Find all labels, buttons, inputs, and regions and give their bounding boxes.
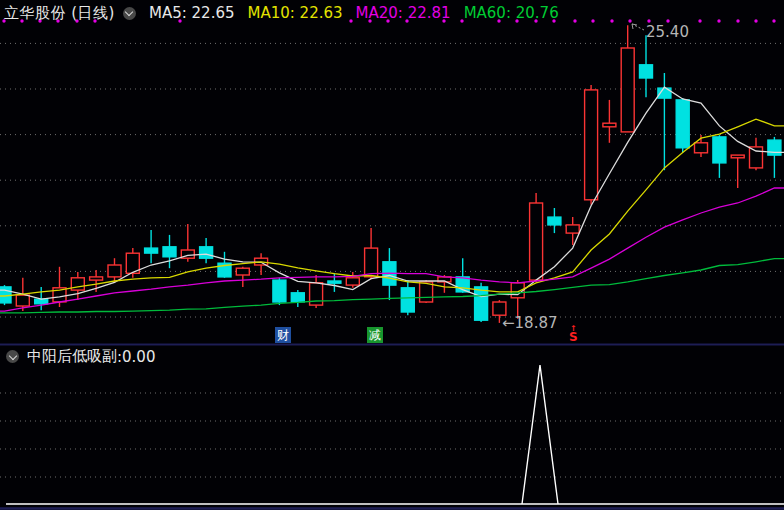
candle-body [291, 293, 304, 302]
candle-body [420, 282, 433, 302]
candle-body [585, 90, 598, 200]
candle-body [346, 278, 359, 285]
candle-body [163, 247, 176, 257]
candle-body [273, 280, 286, 302]
sell-signal-letter: S [569, 332, 578, 343]
chart-header: 立华股份 (日线) MA5: 22.65 MA10: 22.63 MA20: 2… [0, 0, 784, 26]
candle-body [475, 287, 488, 320]
candle-body [35, 299, 48, 304]
candle-body [731, 155, 744, 158]
indicator-value: 0.00 [122, 348, 155, 366]
candle-body [145, 248, 158, 253]
ma20-value-label: MA20: 22.81 [356, 4, 451, 22]
ma10-value-label: MA10: 22.63 [248, 4, 343, 22]
stock-chart-app: 25.40←18.87 立华股份 (日线) MA5: 22.65 MA10: 2… [0, 0, 784, 510]
stock-title: 立华股份 (日线) [4, 4, 115, 23]
candle-body [530, 203, 543, 280]
candle-body [621, 48, 634, 132]
ma60-value-label: MA60: 20.76 [464, 4, 559, 22]
candle-body [108, 265, 121, 277]
indicator-collapse-chevron-icon[interactable] [6, 350, 19, 363]
ma5-value-label: MA5: 22.65 [149, 4, 235, 22]
signal-spike-triangle [522, 365, 558, 504]
candle-body [713, 137, 726, 163]
candle-body [328, 281, 341, 283]
indicator-gridlines [0, 393, 784, 477]
low-price-label: ←18.87 [502, 314, 558, 332]
candle-body [200, 247, 213, 258]
candle-body [90, 277, 103, 280]
candle-body [750, 147, 763, 168]
candle-body [676, 100, 689, 148]
candle-body [640, 65, 653, 78]
indicator-name: 中阳后低吸副 [27, 347, 117, 366]
candle-body [16, 295, 29, 306]
candle-body [603, 123, 616, 127]
event-badge-reduction[interactable]: 减 [367, 327, 383, 343]
candle-body [365, 248, 378, 277]
chart-canvas[interactable]: 25.40←18.87 [0, 0, 784, 510]
candle-body [566, 225, 579, 233]
candle-body [401, 288, 414, 312]
indicator-label-row: 中阳后低吸副 : 0.00 [6, 347, 155, 366]
event-badge-finance[interactable]: 财 [275, 327, 291, 343]
sell-signal-marker: ↑ S [569, 326, 578, 343]
candle-body [695, 143, 708, 153]
candle-body [236, 268, 249, 275]
collapse-chevron-icon[interactable] [123, 7, 136, 20]
ma20-line [0, 188, 784, 311]
candle-body [548, 217, 561, 225]
